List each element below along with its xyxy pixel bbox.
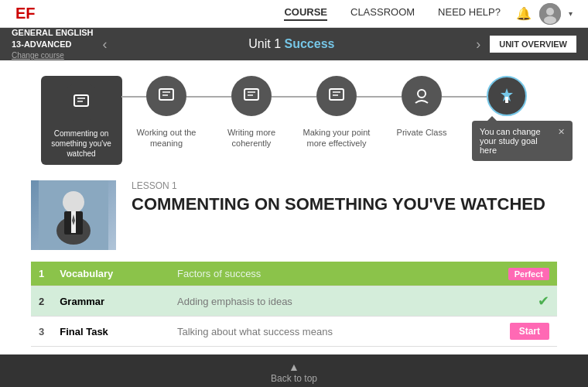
row-3-desc: Talking about what success means	[169, 317, 460, 347]
row-3-action: Start	[460, 317, 557, 347]
unit-overview-button[interactable]: UNIT OVERVIEW	[490, 36, 576, 53]
svg-rect-12	[330, 89, 344, 100]
nav-classroom[interactable]: CLASSROOM	[350, 6, 415, 21]
step-5[interactable]: Private Class	[379, 76, 464, 138]
back-to-top-bar[interactable]: ▲ Back to top	[0, 354, 588, 387]
table-row: 2 Grammar Adding emphasis to ideas ✔	[31, 286, 557, 317]
svg-point-15	[418, 90, 426, 98]
row-1-desc: Factors of success	[169, 262, 460, 286]
step-3-label: Writing more coherently	[209, 127, 294, 149]
nav-course[interactable]: COURSE	[284, 6, 327, 21]
prev-unit-button[interactable]: ‹	[94, 36, 117, 53]
svg-point-19	[63, 191, 84, 213]
steps-container: Commenting on something you've watched W…	[0, 60, 588, 173]
tooltip-close-icon[interactable]: ✕	[558, 127, 565, 137]
step-6-goal[interactable]: Goal 21 days left ✕ You can change your …	[464, 76, 549, 152]
row-1-name: Vocabulary	[52, 262, 169, 286]
lesson-title: COMMENTING ON SOMETHING YOU'VE WATCHED	[132, 194, 545, 214]
step-5-label: Private Class	[397, 127, 447, 138]
row-1-num: 1	[31, 262, 52, 286]
step-6-icon	[487, 76, 527, 116]
lesson-content: LESSON 1 COMMENTING ON SOMETHING YOU'VE …	[0, 173, 588, 262]
unit-number-val: 1	[274, 37, 281, 50]
avatar[interactable]	[539, 3, 561, 25]
step-2[interactable]: Working out the meaning	[124, 76, 209, 149]
row-1-action: Perfect	[460, 262, 557, 286]
perfect-badge: Perfect	[508, 268, 549, 280]
table-row: 3 Final Task Talking about what success …	[31, 317, 557, 347]
svg-rect-17	[505, 97, 508, 103]
navbar: EF COURSE CLASSROOM NEED HELP? 🔔 ▾	[0, 0, 588, 28]
step-1-label: Commenting on something you've watched	[47, 128, 116, 159]
svg-rect-9	[244, 89, 258, 100]
lesson-table: 1 Vocabulary Factors of success Perfect …	[31, 262, 557, 347]
start-button[interactable]: Start	[510, 323, 549, 340]
step-2-label: Working out the meaning	[124, 127, 209, 149]
row-2-name: Grammar	[52, 286, 169, 317]
step-3[interactable]: Writing more coherently	[209, 76, 294, 149]
next-unit-button[interactable]: ›	[467, 36, 490, 53]
back-to-top-arrow: ▲	[6, 361, 582, 373]
lesson-image	[31, 180, 116, 250]
lesson-text: LESSON 1 COMMENTING ON SOMETHING YOU'VE …	[132, 180, 545, 214]
unit-bar: GENERAL ENGLISH 13-ADVANCED Change cours…	[0, 28, 588, 60]
row-3-num: 3	[31, 317, 52, 347]
step-3-icon	[231, 76, 272, 116]
nav-help[interactable]: NEED HELP?	[438, 6, 501, 21]
chevron-down-icon[interactable]: ▾	[569, 9, 573, 18]
step-5-icon	[402, 76, 442, 116]
row-3-name: Final Task	[52, 317, 169, 347]
svg-rect-6	[159, 89, 173, 100]
goal-tooltip: ✕ You can change your study goal here	[472, 121, 573, 161]
row-2-desc: Adding emphasis to ideas	[169, 286, 460, 317]
step-1-icon	[61, 82, 101, 122]
nav-links: COURSE CLASSROOM NEED HELP?	[284, 6, 501, 21]
logo: EF	[15, 5, 36, 22]
lesson-number: LESSON 1	[132, 180, 545, 191]
row-2-action: ✔	[460, 286, 557, 317]
back-to-top-label: Back to top	[271, 373, 317, 384]
step-4-icon	[316, 76, 357, 116]
step-1[interactable]: Commenting on something you've watched	[39, 76, 124, 165]
step-4-label: Making your point more effectively	[294, 127, 379, 149]
unit-bar-left: GENERAL ENGLISH 13-ADVANCED Change cours…	[12, 27, 94, 62]
svg-point-1	[546, 8, 554, 15]
check-icon: ✔	[538, 293, 549, 309]
unit-title-area: Unit 1 Success	[117, 37, 467, 51]
bell-icon[interactable]: 🔔	[516, 6, 532, 21]
unit-prefix: Unit	[248, 37, 270, 50]
svg-point-2	[544, 16, 556, 24]
course-name: GENERAL ENGLISH 13-ADVANCED	[12, 27, 94, 51]
step-4[interactable]: Making your point more effectively	[294, 76, 379, 149]
lesson-image-inner	[31, 180, 116, 250]
table-row: 1 Vocabulary Factors of success Perfect	[31, 262, 557, 286]
row-2-num: 2	[31, 286, 52, 317]
nav-icons: 🔔 ▾	[516, 3, 573, 25]
step-2-icon	[146, 76, 186, 116]
svg-rect-3	[74, 95, 88, 106]
unit-title: Success	[285, 37, 335, 50]
